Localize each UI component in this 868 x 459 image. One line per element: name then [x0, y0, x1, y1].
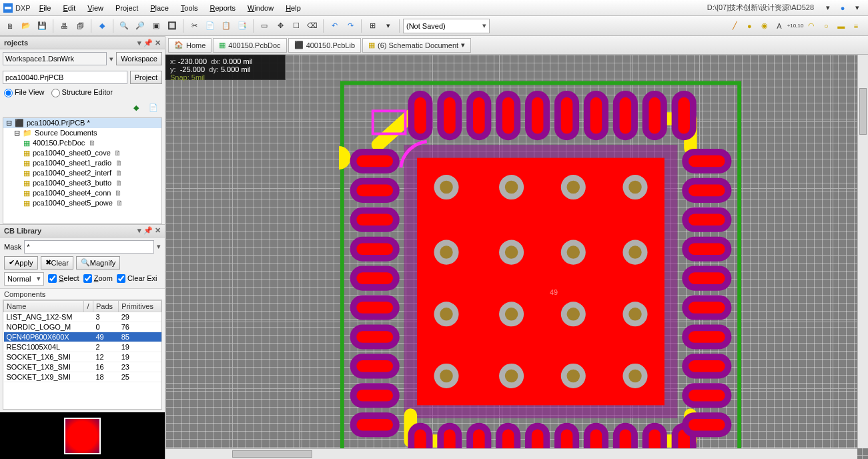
- via-icon[interactable]: ◉: [759, 19, 771, 33]
- col-name[interactable]: Name: [4, 300, 84, 312]
- tab-pcbdoc[interactable]: ▦400150.PcbDoc: [213, 38, 286, 53]
- tree-root[interactable]: ⊟ ⬛ pca10040.PrjPCB *: [3, 118, 161, 128]
- table-row[interactable]: RESC1005X04L219: [4, 342, 161, 352]
- zoom-fit-icon[interactable]: ▣: [149, 19, 163, 33]
- clear-button[interactable]: ✖ Clear: [41, 256, 73, 270]
- workspace-drop-icon[interactable]: ▾: [109, 55, 113, 63]
- title-help-icon[interactable]: ●: [835, 1, 850, 15]
- undo-icon[interactable]: ↶: [327, 19, 342, 33]
- dxp-menu[interactable]: DXP: [3, 3, 33, 13]
- text-icon[interactable]: A: [773, 19, 785, 33]
- panel-drop-icon[interactable]: ▾: [137, 39, 141, 47]
- deselect-icon[interactable]: ☐: [289, 19, 304, 33]
- table-row[interactable]: SOCKET_1X6_SMI1219: [4, 352, 161, 362]
- grid-drop-icon[interactable]: ▾: [381, 19, 396, 33]
- zoom-area-icon[interactable]: 🔲: [165, 19, 179, 33]
- panel-pin-icon[interactable]: 📌: [143, 39, 153, 47]
- tab-pcblib[interactable]: ⬛400150.PcbLib: [288, 38, 361, 53]
- redo-icon[interactable]: ↷: [343, 19, 358, 33]
- col-pads[interactable]: Pads: [93, 300, 118, 312]
- dxp-icon: [3, 3, 13, 13]
- magnify-button[interactable]: 🔍 Magnify: [76, 256, 121, 270]
- menu-reports[interactable]: Reports: [203, 2, 242, 14]
- workspace-button[interactable]: Workspace: [116, 52, 162, 65]
- menu-window[interactable]: Window: [242, 2, 280, 14]
- table-row[interactable]: QFN40P600X600X4985: [4, 332, 161, 342]
- select-icon[interactable]: ▭: [257, 19, 272, 33]
- table-row[interactable]: SOCKET_1X8_SMI1623: [4, 362, 161, 372]
- components-label: Components: [0, 288, 165, 300]
- arc-icon[interactable]: ◠: [805, 19, 817, 33]
- table-row[interactable]: SOCKET_1X9_SMI1825: [4, 372, 161, 382]
- project-tree[interactable]: ⊟ ⬛ pca10040.PrjPCB * ⊟ 📁 Source Documen…: [3, 117, 162, 224]
- menu-help[interactable]: Help: [280, 2, 307, 14]
- table-row[interactable]: NORDIC_LOGO_M076: [4, 322, 161, 332]
- col-prims[interactable]: Primitives: [119, 300, 161, 312]
- select-check[interactable]: Select: [48, 274, 79, 284]
- structure-radio[interactable]: Structure Editor: [51, 88, 113, 97]
- lib-pin-icon[interactable]: 📌: [143, 226, 153, 235]
- tree-doc-6[interactable]: ▦ pca10040_sheet5_powe🗎: [3, 198, 161, 208]
- coord-icon[interactable]: +10,10: [788, 19, 803, 33]
- open-icon[interactable]: 📂: [19, 19, 33, 33]
- pcb-canvas[interactable]: x: -230.000 dx: 0.000 mil y: -25.000 dy:…: [165, 55, 868, 459]
- compile-icon[interactable]: ◆: [95, 19, 109, 33]
- copy-icon[interactable]: 📄: [203, 19, 218, 33]
- title-dropdown[interactable]: ▾: [821, 1, 835, 15]
- project-options-icon[interactable]: 📄: [146, 101, 161, 115]
- duplicate-icon[interactable]: 📑: [235, 19, 250, 33]
- rect-icon[interactable]: ▬: [835, 19, 847, 33]
- menu-place[interactable]: Place: [144, 2, 175, 14]
- normal-combo[interactable]: Normal: [4, 272, 44, 286]
- zoom-in-icon[interactable]: 🔍: [117, 19, 131, 33]
- cut-icon[interactable]: ✂: [187, 19, 201, 33]
- zoom-out-icon[interactable]: 🔎: [133, 19, 147, 33]
- tree-doc-3[interactable]: ▦ pca10040_sheet2_interf🗎: [3, 168, 161, 178]
- table-row[interactable]: LIST_ANG_1X2-SM329: [4, 312, 161, 322]
- horizontal-scrollbar[interactable]: [165, 448, 857, 459]
- tree-doc-2[interactable]: ▦ pca10040_sheet1_radio🗎: [3, 158, 161, 168]
- menu-file[interactable]: File: [33, 2, 57, 14]
- lib-close-icon[interactable]: ✕: [155, 226, 161, 235]
- tree-doc-1[interactable]: ▦ pca10040_sheet0_cove🗎: [3, 148, 161, 158]
- zoom-check[interactable]: Zoom: [83, 274, 113, 284]
- project-field[interactable]: [3, 71, 127, 84]
- mask-drop-icon[interactable]: ▾: [157, 242, 161, 251]
- mask-field[interactable]: [24, 240, 154, 254]
- tab-sch[interactable]: ▦(6) Schematic Document ▾: [362, 38, 471, 53]
- components-table[interactable]: Name / Pads Primitives LIST_ANG_1X2-SM32…: [3, 300, 162, 410]
- print-icon[interactable]: 🖶: [57, 19, 71, 33]
- project-button[interactable]: Project: [130, 71, 162, 84]
- title-close-icon[interactable]: ▾: [850, 1, 865, 15]
- clear-icon[interactable]: ⌫: [305, 19, 320, 33]
- tree-doc-0[interactable]: ▦ 400150.PcbDoc🗎: [3, 138, 161, 148]
- fileview-radio[interactable]: File View: [4, 88, 45, 97]
- pad-icon[interactable]: ●: [743, 19, 755, 33]
- lib-drop-icon[interactable]: ▾: [137, 226, 141, 235]
- tree-doc-5[interactable]: ▦ pca10040_sheet4_conn🗎: [3, 188, 161, 198]
- preview-icon[interactable]: 🗐: [73, 19, 87, 33]
- array-icon[interactable]: ≡: [850, 19, 862, 33]
- tab-home[interactable]: 🏠Home: [168, 38, 211, 53]
- menu-edit[interactable]: Edit: [57, 2, 81, 14]
- workspace-field[interactable]: [3, 52, 107, 65]
- compile-project-icon[interactable]: ◆: [129, 101, 143, 115]
- track-icon[interactable]: ╱: [729, 19, 741, 33]
- save-icon[interactable]: 💾: [35, 19, 49, 33]
- grid-icon[interactable]: ⊞: [365, 19, 380, 33]
- apply-button[interactable]: ✔ Apply: [4, 256, 38, 270]
- tree-src[interactable]: ⊟ 📁 Source Documents: [3, 128, 161, 138]
- clearex-check[interactable]: Clear Exi: [117, 274, 157, 284]
- tree-doc-4[interactable]: ▦ pca10040_sheet3_butto🗎: [3, 178, 161, 188]
- new-icon[interactable]: 🗎: [3, 19, 17, 33]
- panel-close-icon[interactable]: ✕: [155, 39, 161, 47]
- vertical-scrollbar[interactable]: [857, 55, 868, 448]
- menu-view[interactable]: View: [81, 2, 109, 14]
- move-icon[interactable]: ✥: [273, 19, 288, 33]
- snapshot-combo[interactable]: (Not Saved): [403, 19, 490, 33]
- menu-tools[interactable]: Tools: [175, 2, 204, 14]
- menu-project[interactable]: Project: [109, 2, 144, 14]
- paste-icon[interactable]: 📋: [219, 19, 234, 33]
- menu-bar: DXP File Edit View Project Place Tools R…: [0, 0, 868, 16]
- full-arc-icon[interactable]: ○: [820, 19, 832, 33]
